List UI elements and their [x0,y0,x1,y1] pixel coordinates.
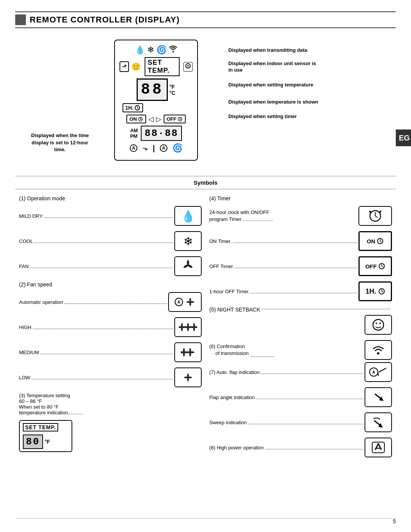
high-power-label: (8) High power operation [209,445,365,451]
high-label: HIGH [19,324,174,330]
fan-label: FAN [19,264,174,269]
left-annotation: Displayed when the time display is set t… [27,132,93,153]
night-setback-display-icon: 🙂 [131,62,141,71]
am-label: AM [130,128,138,133]
fan-symbol [174,256,202,276]
svg-point-23 [373,320,384,330]
low-label: LOW [19,375,174,380]
symbols-left-col: (1) Operation mode MILD DRY 💧 COOL [15,195,206,463]
auto-op-item: Automatic operation A [19,292,202,312]
high-power-display-icon: ⬏ [119,61,129,72]
digital-temp-display: 88 [137,78,168,101]
24h-timer-symbol [358,206,392,226]
sweep-item: Sweep indication [209,412,392,432]
on-timer-item: ON Timer. ON [209,231,392,251]
page: REMOTE CONTROLLER (DISPLAY) EG Displayed… [0,0,411,532]
on-timer-symbol: ON [358,231,392,251]
svg-point-25 [379,323,381,324]
temp-units: °F °C [169,84,175,96]
pm-label: PM [130,133,138,139]
svg-point-16 [183,351,185,353]
mild-dry-item: MILD DRY 💧 [19,206,202,226]
set-temp-unit: °F [45,439,50,445]
svg-point-15 [193,326,195,328]
sensor-icon [183,62,193,72]
1h-timer-symbol: 1H. [358,281,392,301]
annotation-setting-temp: Displayed when setting temperature [228,82,320,88]
svg-point-14 [187,326,189,328]
svg-point-24 [376,323,377,324]
medium-label: MEDIUM [19,350,174,355]
symbols-right-col: (4) Timer 24-hour clock with ON/OFFprogr… [206,195,396,463]
temp-setting-title: (3) Temperature setting 60 – 86 °F When … [19,393,202,415]
annotation-timer: Displayed when setting timer [228,113,320,120]
set-temp-symbol-label: SET TEMP. [23,423,58,431]
off-display-box: OFF [164,115,186,123]
auto-a-icon-2: A [159,144,168,152]
symbols-header: Symbols [15,176,396,189]
arrow-left-icon: ◁ [148,115,154,123]
svg-text:A: A [372,370,375,374]
annotation-temp-shown: Displayed when temperature is shown [228,99,320,105]
low-fan-symbol [174,367,202,387]
sweep-symbol [365,412,392,432]
remote-row-1h: 1H. [119,103,193,112]
24h-label: 24-hour clock with ON/OFFprogram Timer .… [209,209,358,223]
svg-point-12 [190,301,191,303]
remote-row-set-temp: ⬏ 🙂 SET TEMP. [119,57,193,76]
1h-timer-label: 1-hour OFF Timer. [209,289,358,294]
off-timer-symbol: OFF [358,256,392,276]
right-annotations: Displayed when transmitting data Display… [228,40,320,127]
remote-row-digital: 88 °F °C [119,78,193,101]
mild-dry-label: MILD DRY [19,213,174,219]
set-temp-item: SET TEMP. 80 °F [19,420,202,452]
fan-speed-title: (2) Fan speed [19,281,202,288]
medium-fan-item: MEDIUM [19,342,202,362]
low-fan-item: LOW [19,367,202,387]
1h-timer-item: 1-hour OFF Timer. 1H. [209,281,392,301]
sweep-label: Sweep indication [209,420,365,425]
remote-display: 💧 ❄ 🌀 ⬏ 🙂 SET TEMP. 88 °F [114,40,198,161]
diagram-section: Displayed when the time display is set t… [15,36,396,168]
section-header: REMOTE CONTROLLER (DISPLAY) [15,11,396,28]
symbols-body: (1) Operation mode MILD DRY 💧 COOL [15,189,396,463]
time-display: 88·88 [141,126,182,141]
remote-row-bottom: A ⬎ | A 🌀 [119,143,193,153]
celsius-label: °C [169,90,175,96]
off-timer-item: OFF Timer. OFF [209,256,392,276]
cool-item: COOL ❄ [19,231,202,251]
one-hour-display: 1H. [123,103,143,112]
bottom-divider [15,518,396,519]
timer-title: (4) Timer [209,195,392,201]
svg-point-9 [187,264,189,266]
auto-a-icon: A [129,144,138,152]
mild-dry-icon: 💧 [135,45,145,55]
op-mode-title: (1) Operation mode [19,195,202,201]
night-setback-title: (5) NIGHT SETBACK [209,307,392,313]
fan-speed-high-icon: 🌀 [172,143,183,153]
auto-flap-label: (7) Auto. flap indication [209,369,365,375]
set-temp-label: SET TEMP. [145,57,180,76]
cool-symbol: ❄ [174,231,202,251]
high-fan-item: HIGH [19,317,202,337]
high-power-item: (8) High power operation [209,438,392,457]
on-display-box: ON [126,115,146,123]
transmission-title: (6) Confirmation of transmission [209,343,365,357]
auto-label: Automatic operation [19,299,168,305]
set-temp-symbol-box: SET TEMP. 80 °F [19,420,72,452]
night-setback-symbol [365,315,392,335]
fan-item: FAN [19,256,202,276]
transmission-title-row: (6) Confirmation of transmission [209,340,392,360]
fahrenheit-label: °F [169,84,175,90]
annotation-transmitting: Displayed when transmitting data [228,47,320,54]
cool-icon: ❄ [147,45,154,55]
svg-line-28 [379,368,386,372]
page-number: 5 [393,518,396,524]
svg-text:A: A [132,145,135,151]
flap-angle-symbol [365,387,392,407]
svg-text:A: A [162,145,165,151]
symbols-section: Symbols (1) Operation mode MILD DRY 💧 [15,176,396,463]
svg-point-13 [181,326,183,328]
auto-flap-item: (7) Auto. flap indication A [209,362,392,382]
remote-row-on-off: ON ◁ ▷ OFF [119,115,193,123]
